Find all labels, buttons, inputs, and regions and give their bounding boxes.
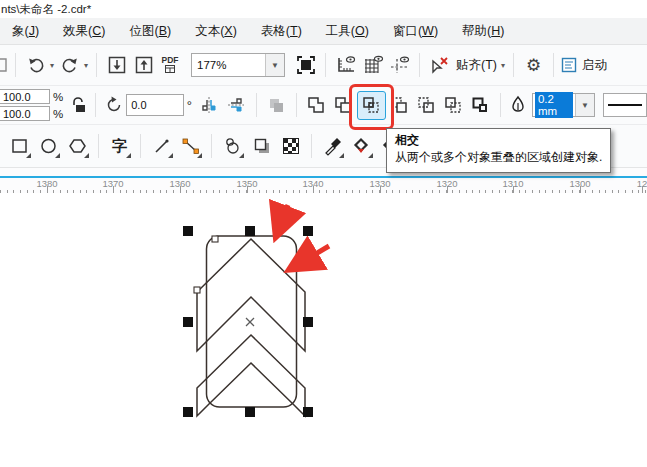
scale-v-field[interactable]: 100.0 (0, 106, 50, 121)
two-point-line-icon (181, 136, 201, 156)
outline-pen-button[interactable] (507, 92, 529, 119)
full-screen-preview-button[interactable] (292, 52, 319, 79)
two-point-line-tool[interactable] (177, 133, 204, 160)
launch-label[interactable]: 启动 (582, 57, 607, 74)
undo-button[interactable] (22, 52, 49, 79)
pattern-fill-tool[interactable] (277, 133, 304, 160)
export-button[interactable] (130, 52, 157, 79)
outline-width-value[interactable]: 0.2 mm (535, 92, 573, 118)
separator (140, 134, 141, 158)
simplify-button[interactable] (386, 92, 413, 119)
percent-label: % (53, 91, 63, 103)
separator (311, 134, 312, 158)
show-rulers-button[interactable] (332, 52, 359, 79)
trim-button[interactable] (330, 92, 357, 119)
zoom-dropdown-arrow[interactable]: ▼ (265, 54, 284, 76)
curve-node[interactable] (194, 287, 200, 293)
launch-button[interactable]: 启动 (560, 56, 607, 74)
rotate-icon (104, 95, 124, 115)
undo-flyout-caret[interactable]: ▾ (50, 61, 54, 70)
mirror-horizontal-button[interactable] (196, 92, 223, 119)
color-eyedropper-tool[interactable] (319, 133, 346, 160)
line-style-preview[interactable] (603, 93, 647, 117)
text-tool-glyph: 字 (112, 137, 127, 156)
ellipse-icon (39, 136, 59, 156)
show-guidelines-button[interactable] (386, 52, 413, 79)
snap-menu-caret[interactable]: ▾ (501, 61, 505, 70)
rounded-rectangle-outline[interactable] (207, 236, 297, 407)
mirror-vertical-button[interactable] (223, 92, 250, 119)
menu-item-6[interactable]: 窗口(W) (381, 18, 450, 44)
chevron-ribbon-bottom[interactable] (197, 335, 305, 416)
drawing-canvas[interactable] (0, 193, 647, 467)
percent-label2: % (53, 108, 63, 120)
pattern-icon (281, 136, 301, 156)
separator (296, 93, 297, 117)
zoom-level-combo[interactable]: 177% ▼ (191, 53, 285, 77)
redo-icon (60, 55, 80, 75)
text-tool[interactable]: 字 (106, 133, 133, 160)
options-button[interactable]: ⚙ (520, 52, 547, 79)
drop-shadow-tool[interactable] (248, 133, 275, 160)
horizontal-ruler[interactable]: 13801370136013501340133013201310130012 (0, 178, 647, 193)
snap-off-icon (430, 55, 450, 75)
contour-tool[interactable] (219, 133, 246, 160)
order-icon (266, 95, 286, 115)
snap-menu-label[interactable]: 贴齐(T) (456, 57, 497, 74)
rotation-angle-field[interactable]: 0.0 (126, 94, 184, 116)
mirror-vertical-icon (226, 95, 246, 115)
selection-center-marker[interactable] (246, 318, 254, 326)
selection-handles[interactable] (183, 226, 313, 417)
publish-pdf-button[interactable]: PDF (157, 52, 183, 79)
ellipse-tool[interactable] (35, 133, 62, 160)
pen-nib-icon (510, 95, 526, 115)
polygon-tool[interactable] (64, 133, 91, 160)
menu-item-0[interactable]: 象(J) (0, 18, 51, 44)
front-minus-back-button[interactable] (413, 92, 440, 119)
rectangle-tool[interactable] (6, 133, 33, 160)
scale-h-field[interactable]: 100.0 (0, 89, 50, 104)
smart-fill-icon (352, 136, 372, 156)
redo-button[interactable] (56, 52, 83, 79)
menu-item-1[interactable]: 效果(C) (51, 18, 117, 44)
outline-width-combo[interactable]: 0.2 mm ▼ (532, 93, 595, 117)
import-button[interactable] (103, 52, 130, 79)
outline-width-dropdown-arrow[interactable]: ▼ (575, 94, 594, 116)
show-grid-button[interactable] (359, 52, 386, 79)
separator (553, 53, 554, 77)
title-bar: nts\未命名 -2.cdr* (0, 0, 647, 18)
order-button (263, 92, 290, 119)
separator (500, 93, 501, 117)
menu-item-2[interactable]: 位图(B) (117, 18, 183, 44)
menu-item-7[interactable]: 帮助(H) (450, 18, 516, 44)
separator (211, 134, 212, 158)
full-screen-preview-icon (296, 55, 316, 75)
undo-icon (26, 55, 46, 75)
eyedropper-icon (323, 136, 343, 156)
smart-fill-tool[interactable] (348, 133, 375, 160)
redo-flyout-caret[interactable]: ▾ (84, 61, 88, 70)
pdf-icon: PDF (162, 56, 179, 65)
snap-off-button[interactable] (426, 52, 453, 79)
intersect-tooltip: 相交 从两个或多个对象重叠的区域创建对象. (386, 128, 611, 173)
zoom-level-value[interactable]: 177% (192, 59, 265, 71)
freehand-tool[interactable] (148, 133, 175, 160)
simplify-icon (388, 94, 410, 116)
menu-item-4[interactable]: 表格(T) (249, 18, 314, 44)
selected-object[interactable] (197, 236, 305, 416)
front-minus-back-icon (415, 94, 437, 116)
degree-label: ° (187, 98, 192, 113)
intersect-button[interactable] (357, 91, 386, 120)
menu-item-3[interactable]: 文本(X) (183, 18, 249, 44)
curve-node[interactable] (212, 236, 218, 242)
scale-lock-button[interactable] (67, 92, 89, 119)
ruler-major-tick (313, 186, 314, 193)
separator (513, 53, 514, 77)
standard-toolbar: ▾ ▾ PDF 177% ▼ (0, 45, 647, 86)
back-minus-front-button[interactable] (440, 92, 467, 119)
ruler-major-tick (447, 186, 448, 193)
boundary-button[interactable] (467, 92, 494, 119)
menu-item-5[interactable]: 工具(O) (314, 18, 381, 44)
ruler-major-tick (47, 186, 48, 193)
weld-button[interactable] (303, 92, 330, 119)
